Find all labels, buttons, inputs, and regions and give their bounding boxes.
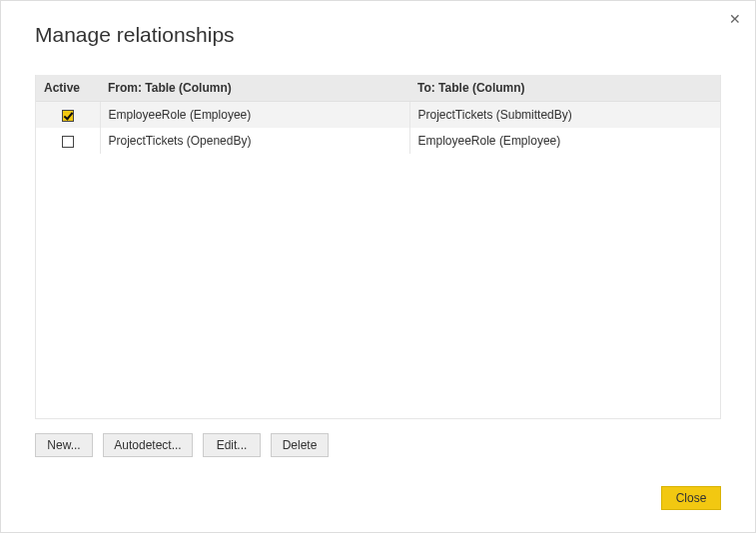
close-button[interactable]: Close	[661, 486, 721, 510]
close-icon[interactable]: ✕	[729, 11, 741, 27]
dialog-title: Manage relationships	[35, 23, 721, 47]
relationships-table: Active From: Table (Column) To: Table (C…	[35, 75, 721, 419]
edit-button[interactable]: Edit...	[203, 433, 261, 457]
cell-from: ProjectTickets (OpenedBy)	[100, 128, 409, 154]
table-row[interactable]: EmployeeRole (Employee) ProjectTickets (…	[36, 102, 720, 129]
table-header-row: Active From: Table (Column) To: Table (C…	[36, 75, 720, 102]
table-row[interactable]: ProjectTickets (OpenedBy) EmployeeRole (…	[36, 128, 720, 154]
action-button-row: New... Autodetect... Edit... Delete	[35, 433, 721, 457]
cell-to: EmployeeRole (Employee)	[409, 128, 720, 154]
cell-from: EmployeeRole (Employee)	[100, 102, 409, 129]
cell-to: ProjectTickets (SubmittedBy)	[409, 102, 720, 129]
active-checkbox[interactable]	[62, 136, 74, 148]
dialog-footer: Close	[661, 486, 721, 510]
dialog-body: Manage relationships Active From: Table …	[1, 1, 755, 457]
active-checkbox[interactable]	[62, 110, 74, 122]
col-header-from[interactable]: From: Table (Column)	[100, 75, 409, 102]
autodetect-button[interactable]: Autodetect...	[103, 433, 193, 457]
col-header-to[interactable]: To: Table (Column)	[409, 75, 720, 102]
new-button[interactable]: New...	[35, 433, 93, 457]
col-header-active[interactable]: Active	[36, 75, 100, 102]
delete-button[interactable]: Delete	[271, 433, 329, 457]
